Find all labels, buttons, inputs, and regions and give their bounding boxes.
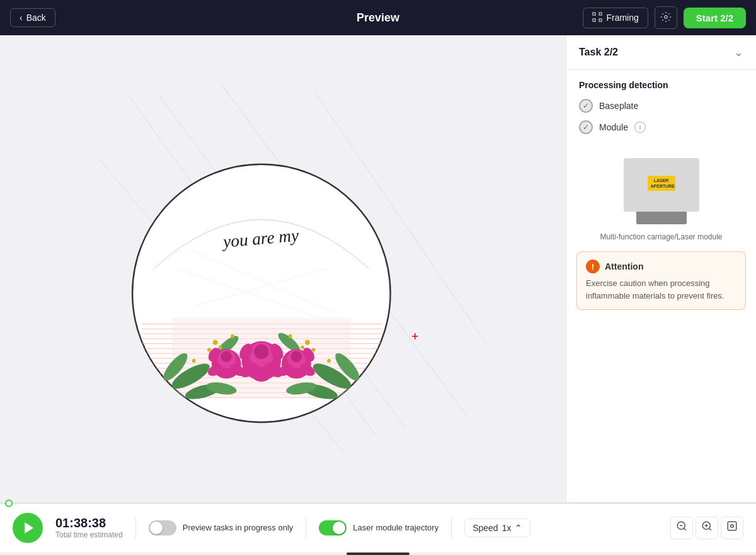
svg-point-43 <box>254 344 268 358</box>
module-image: LASER APERTURE <box>621 158 702 227</box>
svg-line-78 <box>684 528 685 530</box>
svg-point-69 <box>231 335 234 338</box>
header: ‹ Back Preview Framing <box>0 0 756 35</box>
back-button[interactable]: ‹ Back <box>10 8 55 27</box>
play-button[interactable] <box>13 513 43 543</box>
gear-icon <box>660 11 672 25</box>
canvas-area[interactable]: you are my <box>0 35 566 502</box>
zoom-in-icon <box>701 520 713 535</box>
module-label: Module <box>599 122 628 132</box>
attention-box: ! Attention Exercise caution when proces… <box>576 251 746 310</box>
checkmark-icon: ✓ <box>583 123 589 132</box>
svg-point-65 <box>312 348 316 352</box>
progress-dot <box>5 500 13 507</box>
info-icon[interactable]: i <box>634 122 646 133</box>
header-title: Preview <box>357 11 399 25</box>
framing-icon <box>592 12 602 24</box>
attention-header: ! Attention <box>586 260 736 273</box>
main-layout: you are my <box>0 35 756 502</box>
svg-rect-2 <box>593 19 595 21</box>
handle-bar <box>346 552 410 555</box>
svg-point-66 <box>301 345 304 349</box>
trajectory-toggle-group: Laser module trajectory <box>319 520 438 535</box>
framing-button[interactable]: Framing <box>583 8 648 28</box>
section-label: Processing detection <box>579 80 743 90</box>
svg-point-61 <box>213 340 218 345</box>
svg-point-68 <box>327 359 331 363</box>
module-caption: Multi-function carriage/Laser module <box>600 232 722 241</box>
laser-bottom <box>636 212 687 224</box>
svg-point-57 <box>291 351 302 362</box>
svg-line-82 <box>709 528 711 530</box>
preview-toggle-label: Preview tasks in progress only <box>183 523 294 532</box>
back-label: Back <box>26 13 46 23</box>
svg-point-84 <box>731 525 734 528</box>
zoom-out-button[interactable] <box>670 517 693 539</box>
back-arrow-icon: ‹ <box>20 13 23 23</box>
start-label: Start 2/2 <box>696 13 733 23</box>
baseplate-check-item: ✓ Baseplate <box>579 99 743 113</box>
toggle-knob-2 <box>333 522 345 534</box>
laser-body: LASER APERTURE <box>624 158 699 212</box>
time-block: 01:38:38 Total time estimated <box>55 516 123 539</box>
attention-text: Exercise caution when processing inflamm… <box>586 277 736 302</box>
task-title: Task 2/2 <box>579 47 618 58</box>
chevron-up-icon: ⌃ <box>515 523 522 533</box>
start-button[interactable]: Start 2/2 <box>684 8 746 28</box>
divider-2 <box>306 517 306 539</box>
svg-point-46 <box>253 370 270 382</box>
bottom-handle <box>0 552 756 555</box>
fit-icon <box>726 520 738 535</box>
settings-button[interactable] <box>655 6 677 29</box>
time-value: 01:38:38 <box>55 516 123 530</box>
zoom-controls <box>670 517 743 539</box>
zoom-in-button[interactable] <box>696 517 718 539</box>
speed-label: Speed <box>472 523 498 533</box>
trajectory-toggle-label: Laser module trajectory <box>353 523 438 532</box>
svg-point-64 <box>305 340 310 345</box>
preview-toggle[interactable] <box>149 520 176 535</box>
right-panel: Task 2/2 ⌄ Processing detection ✓ Basepl… <box>566 35 756 502</box>
time-label: Total time estimated <box>55 530 123 539</box>
svg-rect-0 <box>593 13 595 15</box>
speed-selector[interactable]: Speed 1x ⌃ <box>464 518 530 537</box>
toggle-knob <box>150 522 163 534</box>
panel-header: Task 2/2 ⌄ <box>566 35 756 70</box>
svg-rect-1 <box>599 13 602 15</box>
module-image-container: LASER APERTURE Multi-function carriage/L… <box>566 152 756 251</box>
progress-line <box>0 503 756 504</box>
chevron-down-icon[interactable]: ⌄ <box>734 45 743 59</box>
play-icon <box>25 522 33 534</box>
divider-1 <box>135 517 136 539</box>
module-check-circle: ✓ <box>579 120 593 134</box>
speed-value: 1x <box>502 523 512 533</box>
preview-toggle-group: Preview tasks in progress only <box>149 520 294 535</box>
header-left: ‹ Back <box>10 8 55 27</box>
svg-point-63 <box>219 345 222 349</box>
laser-label: LASER APERTURE <box>648 176 675 191</box>
divider-3 <box>451 517 452 539</box>
header-right: Framing Start 2/2 <box>583 6 746 29</box>
svg-rect-3 <box>599 19 602 21</box>
svg-point-51 <box>221 351 232 362</box>
module-check-item: ✓ Module i <box>579 120 743 134</box>
attention-icon: ! <box>586 260 600 273</box>
framing-label: Framing <box>606 13 638 23</box>
zoom-out-icon <box>676 520 687 535</box>
trajectory-toggle[interactable] <box>319 520 346 535</box>
bottom-bar: 01:38:38 Total time estimated Preview ta… <box>0 502 756 552</box>
baseplate-label: Baseplate <box>599 101 638 111</box>
svg-point-62 <box>207 348 211 352</box>
fit-view-button[interactable] <box>721 517 743 539</box>
attention-title: Attention <box>605 261 643 272</box>
checkmark-icon: ✓ <box>583 101 589 110</box>
svg-rect-83 <box>728 522 736 530</box>
processing-detection-section: Processing detection ✓ Baseplate ✓ Modul… <box>566 70 756 152</box>
svg-point-70 <box>289 335 292 338</box>
baseplate-check-circle: ✓ <box>579 99 593 113</box>
svg-point-67 <box>192 359 196 363</box>
svg-point-4 <box>665 15 668 18</box>
